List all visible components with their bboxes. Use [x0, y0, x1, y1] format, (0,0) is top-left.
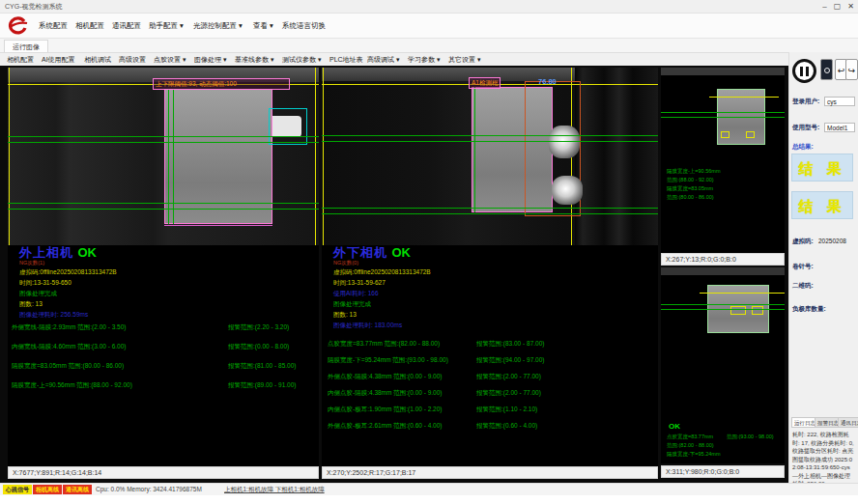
pixel-coords-mid: X:270;Y:2502;R:17;G:17;B:17: [322, 466, 658, 479]
virtual-code-label: 虚拟码:: [792, 238, 814, 246]
measurement-text: 点胶宽度=83.77mm 范围:(82.00 - 88.00): [328, 340, 440, 349]
pixel-coords-left: X:7677;Y:891;R:14;G:14;B:14: [8, 466, 319, 479]
camera-mode-button[interactable]: [820, 59, 833, 80]
virtual-code-value: 20250208: [818, 238, 846, 244]
tab-row: 运行图像: [0, 39, 858, 52]
alarm-range-text: 报警范围:(89.00 - 91.00): [228, 381, 296, 390]
toolbar-learn-param[interactable]: 学习参数 ▾: [405, 53, 443, 67]
toolbar-tester-param[interactable]: 测试仪参数 ▾: [279, 53, 324, 67]
window-controls: – ▢ ✕: [822, 0, 854, 14]
thumbnail-view-2[interactable]: OK 点胶宽度=83.77mm 范围:(82.00 - 88.00) 隔膜宽度-…: [661, 267, 785, 463]
alarm-range-text: 报警范围:(2.00 - 77.00): [476, 373, 541, 381]
thumb-text-line: 点胶宽度=83.77mm: [667, 434, 713, 440]
login-user-label: 登录用户:: [792, 98, 819, 106]
pause-button[interactable]: [792, 59, 816, 83]
toolbar-camera-config[interactable]: 相机配置: [4, 53, 37, 67]
toolbar-image-process[interactable]: 图像处理 ▾: [191, 53, 229, 67]
menu-item-light-config[interactable]: 光源控制配置 ▾: [189, 14, 246, 39]
measurement-text: 内侧点胶-极耳:1.90mm 范围:(1.00 - 2.20): [328, 406, 442, 414]
thumb-text-line: 范围:(88.00 - 92.00): [667, 177, 714, 183]
result-box-2: 结 果: [791, 191, 853, 219]
menu-item-assist-config[interactable]: 助手配置 ▾: [145, 14, 187, 39]
camera-status-badge: 相机离线: [33, 485, 62, 494]
pixel-coords-thumb2: X:311;Y:980;R:0;G:0;B:0: [661, 465, 785, 478]
measurement-text: 外侧宽线-隔膜:2.93mm 范围:(2.00 - 3.50): [12, 323, 126, 332]
thumb-text-line: 范围:(82.00 - 88.00): [667, 442, 714, 449]
tab-run-image[interactable]: 运行图像: [4, 40, 48, 52]
green-measure-line: [661, 117, 785, 118]
total-result-label: 总结果:: [792, 143, 814, 152]
log-tab-comm[interactable]: 通讯日志: [838, 417, 858, 428]
thumb-text-line: 范围:(93.00 - 98.00): [727, 434, 774, 440]
heartbeat-badge: 心跳信号: [3, 485, 32, 494]
measurement-text: 内侧宽线-隔膜:4.60mm 范围:(3.00 - 6.00): [12, 343, 126, 351]
measurement-text: 隔膜宽度=83.05mm 范围:(80.00 - 86.00): [12, 362, 124, 371]
pin-number-label: 卷针号:: [792, 263, 814, 271]
toolbar-baseline-param[interactable]: 基准线参数 ▾: [232, 53, 276, 67]
model-label: 使用型号:: [792, 124, 819, 132]
menu-item-system-config[interactable]: 系统配置: [35, 14, 72, 39]
login-user-field[interactable]: cys: [824, 97, 855, 106]
status-bar: 心跳信号 相机离线 通讯离线 Cpu: 0.0% Memory: 3424.41…: [0, 483, 858, 495]
maximize-button[interactable]: ▢: [834, 0, 842, 14]
menu-item-view[interactable]: 查看 ▾: [249, 14, 277, 39]
right-panel: ↩ ↪ 登录用户: cys 使用型号: Model1 总结果: 结 果 结 果 …: [788, 52, 858, 483]
machine-rail: [661, 267, 785, 275]
thumb-text-line: 隔膜宽度-下=95.24mm: [667, 451, 720, 458]
menu-item-comm-config[interactable]: 通讯配置: [108, 14, 145, 39]
measurement-text: 外侧点胶-隔膜:4.38mm 范围:(0.00 - 9.00): [328, 373, 442, 381]
thumb-text-line: 隔膜宽度=83.05mm: [667, 185, 713, 192]
cpu-memory-text: Cpu: 0.0% Memory: 3424.41796875M: [96, 485, 202, 494]
yellow-marker-box: [721, 131, 729, 138]
alarm-range-text: 报警范围:(2.00 - 77.00): [476, 389, 541, 398]
toolbar-plc-table[interactable]: PLC地址表: [327, 53, 366, 67]
menu-item-language-switch[interactable]: 系统语言切换: [278, 14, 329, 39]
camera-view-lower-outer[interactable]: A1检测框 76.80 外下相机 OK NG次数(0) 虚拟码:0ffline2…: [322, 68, 658, 466]
measurement-text: 外侧点胶-极耳:2.61mm 范围:(0.60 - 4.00): [328, 422, 442, 431]
camera-view-upper-outer[interactable]: 上下限阈值:93, 动态阈值:100 外上相机 OK NG次数(1) 虚拟码:0…: [8, 68, 319, 466]
pixel-coords-thumb1: X:267;Y:13;R:0;G:0;B:0: [661, 253, 785, 266]
alarm-range-text: 报警范围:(0.00 - 8.00): [228, 343, 289, 351]
measurement-text: 隔膜宽度-上=90.56mm 范围:(88.00 - 92.00): [12, 381, 132, 390]
thumb-text-line: 范围:(80.00 - 86.00): [667, 194, 714, 201]
close-button[interactable]: ✕: [847, 0, 854, 14]
alarm-range-text: 报警范围:(0.60 - 4.00): [476, 422, 537, 431]
pause-icon: [800, 67, 803, 76]
alarm-range-text: 报警范围:(2.20 - 3.20): [228, 323, 289, 332]
green-measure-line: [661, 304, 785, 305]
camera-fault-text: 上相机1:相机故障 下相机1:相机故障: [224, 485, 325, 494]
alarm-range-text: 报警范围:(94.00 - 97.00): [476, 356, 544, 365]
comm-status-badge: 通讯离线: [63, 485, 92, 494]
thumbnail-view-1[interactable]: 隔膜宽度-上=90.56mm 范围:(88.00 - 92.00) 隔膜宽度=8…: [661, 68, 785, 253]
minimize-button[interactable]: –: [822, 0, 826, 14]
alarm-range-text: 报警范围:(81.00 - 85.00): [228, 362, 296, 371]
toolbar-glue-set[interactable]: 点胶设置 ▾: [151, 53, 188, 67]
toolbar-advanced-debug[interactable]: 高级调试 ▾: [364, 53, 402, 67]
toolbar-ai-config[interactable]: AI使用配置: [39, 53, 78, 67]
toolbar-other-set[interactable]: 其它设置 ▾: [445, 53, 483, 67]
title-bar: CYG-视觉检测系统 – ▢ ✕: [0, 0, 858, 14]
result-box-1: 结 果: [791, 154, 853, 182]
model-field[interactable]: Model1: [824, 123, 855, 132]
main-content: 上下限阈值:93, 动态阈值:100 外上相机 OK NG次数(1) 虚拟码:0…: [0, 66, 788, 483]
menu-item-camera-config[interactable]: 相机配置: [72, 14, 108, 39]
alarm-range-text: 报警范围:(83.00 - 87.00): [476, 340, 544, 349]
negative-count-label: 负极库数量:: [792, 305, 826, 314]
log-text: 耗时: 222, 纹路检测耗时: 17, 纹路分类耗时: 0, 纹路提取分区耗时…: [792, 431, 854, 489]
yellow-marker-box: [752, 306, 763, 315]
redo-arrow-icon: ↪: [848, 66, 856, 75]
app-logo-icon: [7, 16, 28, 36]
menu-bar: 系统配置 相机配置 通讯配置 助手配置 ▾ 光源控制配置 ▾ 查看 ▾ 系统语言…: [0, 14, 858, 39]
qr-code-label: 二维码:: [792, 282, 814, 291]
toolbar-camera-debug[interactable]: 相机调试: [81, 53, 114, 67]
measurement-list: 点胶宽度=83.77mm 范围:(82.00 - 88.00) 报警范围:(83…: [322, 68, 658, 466]
green-measure-line: [661, 309, 785, 310]
next-view-button[interactable]: ↪: [845, 59, 858, 80]
alarm-range-text: 报警范围:(1.10 - 2.10): [476, 406, 537, 414]
camera-icon: [824, 68, 830, 73]
app-window: CYG-视觉检测系统 – ▢ ✕ 系统配置 相机配置 通讯配置 助手配置 ▾ 光…: [0, 0, 858, 504]
measurement-text: 隔膜宽度-下=95.24mm 范围:(93.00 - 98.00): [328, 356, 448, 365]
thumb-status: OK: [669, 422, 680, 431]
toolbar-advanced-set[interactable]: 高级设置: [116, 53, 149, 67]
thumb-text-line: 隔膜宽度-上=90.56mm: [667, 168, 720, 175]
